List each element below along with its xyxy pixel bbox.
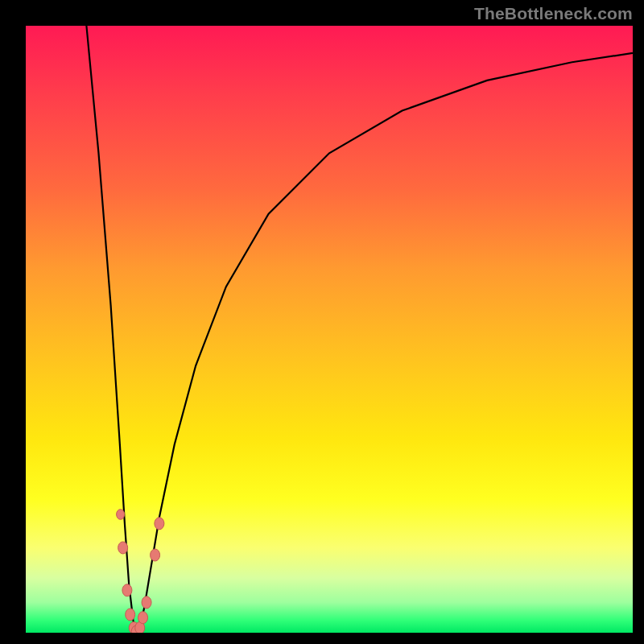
data-point bbox=[151, 549, 160, 561]
plot-area bbox=[26, 26, 633, 633]
curve-layer bbox=[26, 26, 633, 633]
data-point bbox=[155, 518, 164, 530]
watermark-text: TheBottleneck.com bbox=[474, 4, 633, 23]
data-point bbox=[126, 609, 135, 621]
data-point bbox=[122, 584, 132, 597]
data-point bbox=[142, 597, 151, 609]
data-points-group bbox=[117, 510, 164, 633]
data-point bbox=[117, 510, 125, 520]
data-point bbox=[138, 612, 148, 624]
bottleneck-curve bbox=[86, 26, 633, 633]
data-point bbox=[118, 542, 128, 554]
chart-container: TheBottleneck.com bbox=[0, 0, 644, 644]
